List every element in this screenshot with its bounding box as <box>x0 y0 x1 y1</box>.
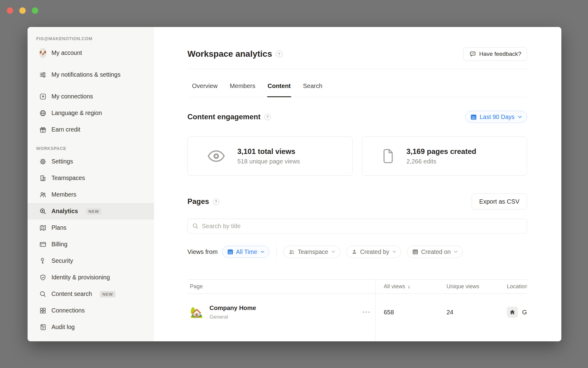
chevron-down-icon <box>454 251 458 253</box>
chevron-down-icon <box>518 116 522 118</box>
eye-icon <box>207 150 225 163</box>
help-icon[interactable]: ? <box>276 51 283 57</box>
new-badge: NEW <box>100 291 115 297</box>
column-header-page[interactable]: Page <box>187 283 375 290</box>
gift-icon <box>39 126 47 133</box>
created-on-filter-dropdown[interactable]: Created on <box>407 246 462 258</box>
sidebar-item-content-search[interactable]: Content search NEW <box>28 286 154 302</box>
feedback-bubble-icon <box>469 51 476 58</box>
sidebar-item-language-region[interactable]: Language & region <box>28 105 154 121</box>
map-icon <box>39 224 47 232</box>
arrow-up-right-icon <box>39 93 47 100</box>
column-header-location[interactable]: Location <box>498 283 527 290</box>
tab-members[interactable]: Members <box>230 82 255 97</box>
gear-icon <box>39 158 47 165</box>
all-views-cell: 658 <box>375 309 438 316</box>
analytics-tabs: Overview Members Content Search <box>187 69 527 97</box>
sidebar-item-my-account[interactable]: 🐶 My account <box>28 45 154 61</box>
grid-icon <box>39 307 47 314</box>
sidebar-item-audit-log[interactable]: Audit log <box>28 319 154 335</box>
location-cell: General <box>498 307 527 318</box>
edits-value: 2,266 edits <box>406 158 476 165</box>
table-header-row: Page All views ↓ Unique views Location <box>187 279 527 294</box>
created-by-filter-dropdown[interactable]: Created by <box>346 246 401 258</box>
members-icon <box>39 191 47 198</box>
calendar-icon <box>412 249 418 255</box>
globe-icon <box>39 109 47 117</box>
chevron-down-icon <box>393 251 396 253</box>
sidebar-item-analytics[interactable]: Analytics NEW <box>28 203 154 220</box>
close-window-button[interactable] <box>7 7 13 14</box>
shield-check-icon <box>39 274 47 281</box>
building-icon <box>39 174 47 182</box>
export-csv-button[interactable]: Export as CSV <box>472 194 527 209</box>
settings-window: FIG@MAKENOTION.COM 🐶 My account My notif… <box>28 27 561 341</box>
page-title-cell[interactable]: Company Home <box>209 305 363 312</box>
content-engagement-heading: Content engagement <box>187 113 261 121</box>
sidebar-item-teamspaces[interactable]: Teamspaces <box>28 170 154 186</box>
time-filter-dropdown[interactable]: All Time <box>222 246 270 258</box>
pages-created-value: 3,169 pages created <box>406 147 476 156</box>
column-separator <box>375 279 375 341</box>
magnifier-plus-icon <box>39 208 47 215</box>
sidebar-item-identity-provisioning[interactable]: Identity & provisioning <box>28 269 154 286</box>
page-icon <box>382 148 394 164</box>
have-feedback-button[interactable]: Have feedback? <box>463 47 527 61</box>
page-title-cell[interactable]: Docs <box>209 341 363 342</box>
tab-content[interactable]: Content <box>268 82 291 97</box>
credit-card-icon <box>39 241 47 248</box>
scroll-icon <box>39 324 47 331</box>
analytics-main-panel: Workspace analytics ? Have feedback? Ove… <box>154 27 561 341</box>
pages-table: Page All views ↓ Unique views Location 🏡… <box>187 279 527 341</box>
column-header-unique-views[interactable]: Unique views <box>438 283 498 290</box>
search-input[interactable] <box>202 223 522 230</box>
people-icon <box>288 249 295 255</box>
views-from-label: Views from <box>187 248 218 255</box>
teamspace-filter-dropdown[interactable]: Teamspace <box>283 246 340 258</box>
sidebar-item-security[interactable]: Security <box>28 253 154 269</box>
teamspace-home-icon <box>507 307 518 318</box>
unique-views-cell: 24 <box>438 309 498 316</box>
zoom-window-button[interactable] <box>32 7 38 14</box>
key-icon <box>39 257 47 265</box>
window-controls <box>7 7 38 14</box>
filter-separator <box>276 247 277 257</box>
sidebar-item-settings[interactable]: Settings <box>28 153 154 170</box>
calendar-icon <box>227 249 233 255</box>
chevron-down-icon <box>332 251 335 253</box>
settings-sidebar: FIG@MAKENOTION.COM 🐶 My account My notif… <box>28 27 154 341</box>
search-icon <box>192 223 198 229</box>
sidebar-item-my-connections[interactable]: My connections <box>28 88 154 105</box>
row-actions-button[interactable]: ••• <box>363 309 371 315</box>
new-badge: NEW <box>86 208 102 215</box>
person-icon <box>351 249 357 255</box>
sidebar-item-connections[interactable]: Connections <box>28 302 154 319</box>
tab-overview[interactable]: Overview <box>192 82 217 97</box>
column-header-all-views[interactable]: All views ↓ <box>375 283 438 290</box>
table-row[interactable]: 📃 Docs General ••• 240 17 General <box>187 331 527 341</box>
total-views-card: 3,101 total views 518 unique page views <box>187 136 352 176</box>
table-row[interactable]: 🏡 Company Home General ••• 658 24 Genera… <box>187 294 527 331</box>
sliders-icon <box>39 71 47 79</box>
sidebar-item-plans[interactable]: Plans <box>28 220 154 236</box>
chevron-down-icon <box>261 251 264 253</box>
help-icon[interactable]: ? <box>213 198 219 205</box>
total-views-value: 3,101 total views <box>237 147 300 156</box>
tab-search[interactable]: Search <box>303 82 322 97</box>
page-subtitle: General <box>209 314 363 320</box>
unique-views-value: 518 unique page views <box>237 158 300 165</box>
minimize-window-button[interactable] <box>19 7 26 14</box>
sidebar-item-billing[interactable]: Billing <box>28 236 154 253</box>
sidebar-item-earn-credit[interactable]: Earn credit <box>28 121 154 138</box>
help-icon[interactable]: ? <box>264 114 271 120</box>
date-range-dropdown[interactable]: Last 90 Days <box>465 111 527 123</box>
sidebar-item-notifications-settings[interactable]: My notifications & settings <box>28 61 154 88</box>
calendar-icon <box>470 114 477 120</box>
page-search-box <box>187 219 527 233</box>
pages-created-card: 3,169 pages created 2,266 edits <box>362 136 527 176</box>
page-emoji-icon: 🏡 <box>190 306 203 318</box>
sort-descending-icon: ↓ <box>408 283 410 290</box>
user-avatar: 🐶 <box>39 48 47 58</box>
page-title: Workspace analytics <box>187 49 272 59</box>
sidebar-item-members[interactable]: Members <box>28 186 154 203</box>
